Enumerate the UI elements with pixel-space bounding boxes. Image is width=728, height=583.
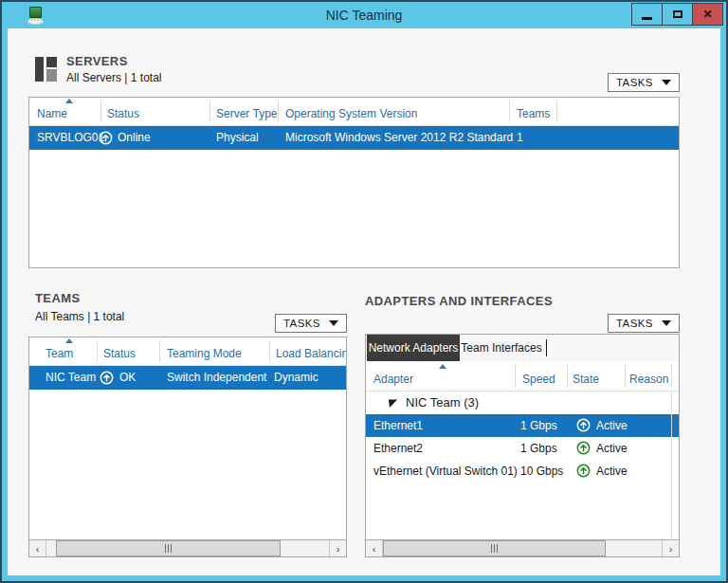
column-divider: [671, 392, 672, 539]
servers-col-server-type[interactable]: Server Type: [216, 107, 277, 120]
teams-tasks-button[interactable]: TASKS: [275, 314, 347, 333]
team-teaming-mode: Switch Independent: [167, 366, 266, 390]
scrollbar-grip-icon: [165, 544, 173, 553]
tab-network-adapters[interactable]: Network Adapters: [367, 335, 460, 361]
title-bar[interactable]: NIC Teaming: [2, 2, 726, 28]
scrollbar-thumb[interactable]: [56, 540, 281, 556]
server-os-version: Microsoft Windows Server 2012 R2 Standar…: [285, 126, 513, 150]
teams-col-status[interactable]: Status: [103, 347, 136, 360]
servers-section-title: SERVERS: [66, 54, 128, 68]
caption-buttons: [632, 3, 723, 26]
column-divider: [100, 100, 101, 122]
sort-asc-icon: [65, 338, 73, 343]
server-status: Online: [118, 126, 151, 150]
column-divider: [625, 364, 626, 388]
adapters-horizontal-scrollbar[interactable]: ‹ ›: [366, 539, 679, 556]
window-title: NIC Teaming: [2, 2, 726, 28]
adapters-col-state[interactable]: State: [573, 373, 599, 386]
scroll-right-button[interactable]: ›: [329, 540, 346, 556]
adapter-group-nic-team[interactable]: NIC Team (3): [366, 392, 679, 414]
scroll-left-button[interactable]: ‹: [29, 540, 46, 556]
teams-horizontal-scrollbar[interactable]: ‹ ›: [29, 539, 346, 556]
servers-icon-block-top: [46, 57, 57, 67]
adapters-panel: Network Adapters Team Interfaces Adapter…: [365, 334, 680, 557]
team-name: NIC Team: [46, 366, 96, 390]
tab-team-interfaces[interactable]: Team Interfaces: [460, 335, 543, 361]
column-divider: [278, 100, 279, 122]
teams-section-title: TEAMS: [35, 291, 81, 305]
adapter-row-vethernet[interactable]: vEthernet (Virtual Switch 01) 10 Gbps Ac…: [366, 460, 679, 483]
servers-col-status[interactable]: Status: [107, 107, 139, 120]
scrollbar-thumb[interactable]: [383, 540, 606, 556]
close-icon: [702, 8, 712, 21]
servers-table-header: Name Status Server Type Operating System…: [29, 98, 679, 126]
adapter-state: Active: [596, 460, 628, 483]
teams-tasks-label: TASKS: [283, 318, 320, 329]
teams-section-subtitle: All Teams | 1 total: [35, 310, 124, 323]
servers-tasks-label: TASKS: [616, 77, 653, 88]
teams-col-teaming-mode[interactable]: Teaming Mode: [167, 347, 242, 360]
status-up-arrow-icon: [576, 464, 591, 478]
server-type: Physical: [216, 126, 259, 150]
dropdown-caret-icon: [662, 80, 671, 85]
adapters-tabstrip: Network Adapters Team Interfaces: [366, 335, 679, 361]
maximize-button[interactable]: [662, 3, 693, 26]
scrollbar-track[interactable]: [383, 540, 662, 556]
servers-col-name[interactable]: Name: [37, 107, 67, 120]
teams-col-load-balancing[interactable]: Load Balancing: [276, 347, 346, 360]
adapter-name: Ethernet1: [373, 414, 423, 437]
sort-asc-icon: [439, 364, 446, 369]
column-divider: [269, 340, 270, 362]
dropdown-caret-icon: [329, 320, 338, 326]
adapter-state: Active: [596, 437, 628, 460]
servers-icon-block-bottom: [46, 69, 57, 82]
adapters-col-speed[interactable]: Speed: [522, 373, 555, 386]
adapter-row-ethernet2[interactable]: Ethernet2 1 Gbps Active: [366, 437, 679, 460]
column-divider: [209, 100, 210, 122]
column-divider: [515, 364, 516, 388]
teams-table-header: Team Status Teaming Mode Load Balancing: [29, 337, 346, 366]
servers-col-os-version[interactable]: Operating System Version: [285, 107, 417, 120]
servers-icon-bar: [35, 57, 44, 82]
sort-asc-icon: [65, 99, 73, 103]
close-button[interactable]: [692, 3, 723, 26]
adapters-col-reason[interactable]: Reason: [629, 373, 668, 386]
adapters-tasks-button[interactable]: TASKS: [608, 314, 680, 333]
servers-col-teams[interactable]: Teams: [517, 107, 550, 120]
scroll-left-button[interactable]: ‹: [366, 540, 383, 556]
teams-table: Team Status Teaming Mode Load Balancing …: [28, 337, 347, 557]
servers-section-subtitle: All Servers | 1 total: [66, 71, 162, 84]
servers-tasks-button[interactable]: TASKS: [608, 73, 680, 92]
adapter-speed: 1 Gbps: [520, 414, 557, 437]
status-up-arrow-icon: [99, 131, 113, 145]
server-row-srvblog01[interactable]: SRVBLOG01 Online Physical Microsoft Wind…: [29, 126, 679, 150]
scroll-right-button[interactable]: ›: [662, 540, 679, 556]
column-divider: [671, 364, 672, 388]
maximize-icon: [673, 10, 682, 18]
server-name: SRVBLOG01: [37, 126, 104, 150]
column-divider: [556, 100, 557, 122]
status-up-arrow-icon: [100, 371, 114, 385]
adapter-group-label: NIC Team (3): [406, 392, 479, 414]
adapters-section-title: ADAPTERS AND INTERFACES: [365, 294, 553, 308]
teams-col-team[interactable]: Team: [46, 347, 73, 360]
servers-table: Name Status Server Type Operating System…: [28, 97, 680, 268]
adapters-col-adapter[interactable]: Adapter: [373, 373, 413, 386]
adapter-state: Active: [596, 414, 628, 437]
status-up-arrow-icon: [576, 418, 591, 432]
column-divider: [509, 100, 510, 122]
adapter-name: vEthernet (Virtual Switch 01): [373, 460, 518, 483]
column-divider: [97, 340, 98, 362]
scrollbar-track[interactable]: [46, 540, 329, 556]
group-expanded-icon: [388, 398, 398, 409]
adapter-row-ethernet1[interactable]: Ethernet1 1 Gbps Active: [366, 414, 679, 437]
team-row-nic-team[interactable]: NIC Team OK Switch Independent Dynamic: [29, 366, 346, 390]
servers-icon: [35, 57, 60, 82]
adapters-table-header: Adapter Speed State Reason: [366, 361, 679, 392]
adapters-tasks-label: TASKS: [616, 318, 653, 329]
minimize-button[interactable]: [631, 3, 663, 26]
nic-teaming-window: NIC Teaming SERVERS All Servers | 1 tota…: [0, 0, 728, 583]
column-divider: [159, 340, 160, 362]
dropdown-caret-icon: [662, 320, 671, 326]
content-area: SERVERS All Servers | 1 total TASKS Name…: [8, 28, 720, 575]
